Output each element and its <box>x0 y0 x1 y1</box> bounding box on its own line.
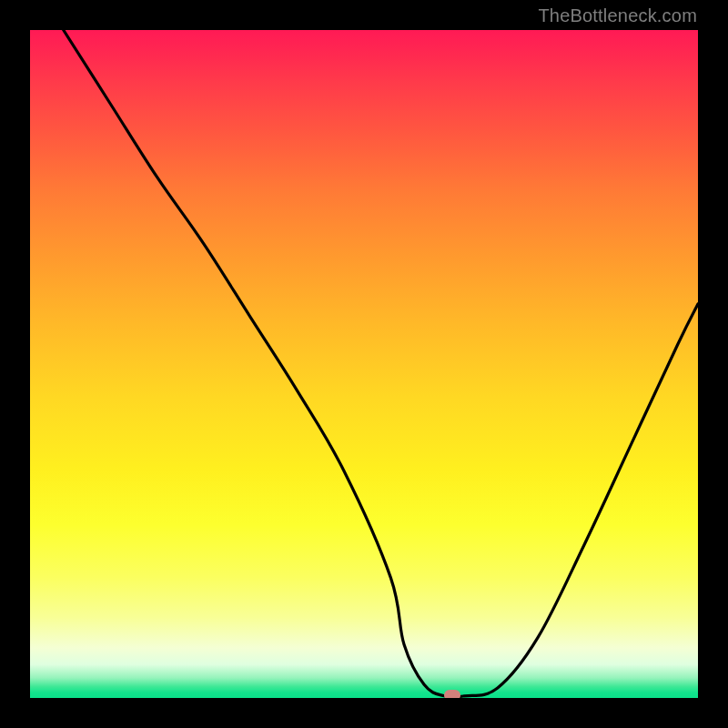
optimal-point-marker <box>444 690 460 698</box>
plot-area <box>30 30 698 698</box>
bottleneck-curve <box>30 30 698 698</box>
chart-frame: TheBottleneck.com <box>0 0 728 728</box>
watermark-text: TheBottleneck.com <box>538 5 697 26</box>
